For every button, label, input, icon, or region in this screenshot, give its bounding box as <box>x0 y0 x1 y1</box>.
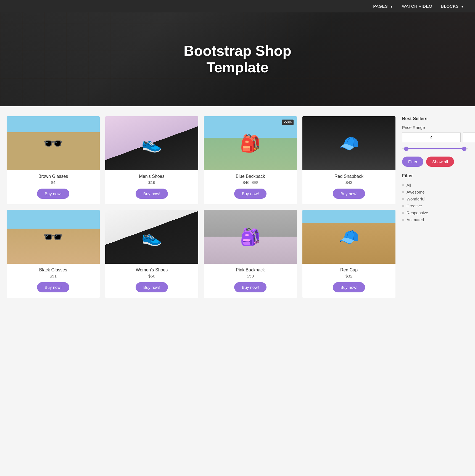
product-price-value-mens-shoes: $16 <box>148 180 155 185</box>
filter-section: Filter AllAwesomeWonderfulCreativeRespon… <box>402 173 468 223</box>
filter-label-wonderful: Wonderful <box>407 197 425 201</box>
product-badge-blue-backpack: -50% <box>282 120 294 125</box>
price-max-input[interactable] <box>463 133 475 142</box>
product-card-red-snapback: Red Snapback$43Buy now! <box>302 116 395 204</box>
filter-label-animated: Animated <box>407 217 424 222</box>
filter-section-title: Filter <box>402 173 468 178</box>
product-image-blue-backpack: -50% <box>204 116 297 170</box>
filter-bullet-icon <box>402 191 404 193</box>
price-range-label: Price Range <box>402 125 468 130</box>
nav-pages[interactable]: PAGES ▼ <box>373 4 393 9</box>
buy-button-red-snapback[interactable]: Buy now! <box>333 189 365 199</box>
filter-bullet-icon <box>402 205 404 207</box>
product-card-red-cap: Red Cap$32Buy now! <box>302 210 395 298</box>
filter-item-animated[interactable]: Animated <box>402 216 468 223</box>
product-image-black-glasses <box>7 210 100 264</box>
buy-button-mens-shoes[interactable]: Buy now! <box>136 189 168 199</box>
show-all-button[interactable]: Show all <box>426 157 454 167</box>
product-price-blue-backpack: $46$92 <box>242 180 258 185</box>
product-image-red-snapback <box>302 116 395 170</box>
product-price-value-brown-glasses: $4 <box>51 180 56 185</box>
product-price-value-black-glasses: $91 <box>50 274 57 278</box>
product-name-mens-shoes: Men's Shoes <box>139 174 165 179</box>
buy-button-black-glasses[interactable]: Buy now! <box>37 282 70 292</box>
product-price-value-red-cap: $32 <box>345 274 352 278</box>
filter-bullet-icon <box>402 184 404 186</box>
navbar: PAGES ▼ WATCH VIDEO BLOCKS ▼ <box>0 0 475 12</box>
product-price-womens-shoes: $60 <box>148 274 155 278</box>
buy-button-brown-glasses[interactable]: Buy now! <box>37 189 70 199</box>
product-price-value-red-snapback: $43 <box>345 180 352 185</box>
blocks-arrow-icon: ▼ <box>461 5 464 8</box>
best-sellers-section: Best Sellers Price Range Filter Show all <box>402 116 468 167</box>
range-thumb-left[interactable] <box>404 147 408 151</box>
filter-item-responsive[interactable]: Responsive <box>402 209 468 216</box>
filter-bullet-icon <box>402 219 404 221</box>
price-min-input[interactable] <box>402 133 461 142</box>
main-content: Brown Glasses$4Buy now!Men's Shoes$16Buy… <box>0 106 475 309</box>
filter-list: AllAwesomeWonderfulCreativeResponsiveAni… <box>402 182 468 223</box>
product-name-womens-shoes: Women's Shoes <box>136 268 168 273</box>
product-price-red-cap: $32 <box>345 274 352 278</box>
product-card-blue-backpack: -50%Blue Backpack$46$92Buy now! <box>204 116 297 204</box>
product-name-red-cap: Red Cap <box>340 268 358 273</box>
range-slider[interactable] <box>402 146 468 152</box>
range-thumb-right[interactable] <box>462 147 466 151</box>
filter-item-all[interactable]: All <box>402 182 468 189</box>
product-price-value-blue-backpack: $46 <box>242 180 249 185</box>
product-name-pink-backpack: Pink Backpack <box>236 268 265 273</box>
product-price-value-pink-backpack: $58 <box>247 274 254 278</box>
product-price-value-womens-shoes: $60 <box>148 274 155 278</box>
hero-title: Bootstrap Shop Template <box>184 43 291 76</box>
range-fill <box>405 148 466 149</box>
filter-label-creative: Creative <box>407 203 422 208</box>
filter-label-awesome: Awesome <box>407 190 425 194</box>
hero-section: Bootstrap Shop Template <box>0 12 475 106</box>
sidebar-buttons: Filter Show all <box>402 157 468 167</box>
filter-item-awesome[interactable]: Awesome <box>402 189 468 195</box>
buy-button-red-cap[interactable]: Buy now! <box>333 282 365 292</box>
product-price-pink-backpack: $58 <box>247 274 254 278</box>
product-price-brown-glasses: $4 <box>51 180 56 185</box>
filter-item-creative[interactable]: Creative <box>402 202 468 209</box>
product-card-womens-shoes: Women's Shoes$60Buy now! <box>105 210 198 298</box>
filter-bullet-icon <box>402 198 404 200</box>
product-name-blue-backpack: Blue Backpack <box>236 174 265 179</box>
product-price-red-snapback: $43 <box>345 180 352 185</box>
product-image-red-cap <box>302 210 395 264</box>
product-grid: Brown Glasses$4Buy now!Men's Shoes$16Buy… <box>7 116 395 298</box>
pages-arrow-icon: ▼ <box>390 5 393 8</box>
product-name-black-glasses: Black Glasses <box>39 268 67 273</box>
filter-button[interactable]: Filter <box>402 157 423 167</box>
filter-item-wonderful[interactable]: Wonderful <box>402 195 468 202</box>
product-card-pink-backpack: Pink Backpack$58Buy now! <box>204 210 297 298</box>
buy-button-blue-backpack[interactable]: Buy now! <box>234 189 267 199</box>
sidebar: Best Sellers Price Range Filter Show all… <box>402 116 468 298</box>
product-name-red-snapback: Red Snapback <box>334 174 363 179</box>
product-original-price-blue-backpack: $92 <box>252 180 258 185</box>
product-image-womens-shoes <box>105 210 198 264</box>
product-card-mens-shoes: Men's Shoes$16Buy now! <box>105 116 198 204</box>
nav-blocks[interactable]: BLOCKS ▼ <box>441 4 464 9</box>
product-name-brown-glasses: Brown Glasses <box>38 174 68 179</box>
product-image-mens-shoes <box>105 116 198 170</box>
product-card-brown-glasses: Brown Glasses$4Buy now! <box>7 116 100 204</box>
product-image-brown-glasses <box>7 116 100 170</box>
filter-bullet-icon <box>402 212 404 214</box>
buy-button-pink-backpack[interactable]: Buy now! <box>234 282 267 292</box>
nav-watch-video[interactable]: WATCH VIDEO <box>402 4 432 9</box>
price-inputs <box>402 133 468 142</box>
product-price-mens-shoes: $16 <box>148 180 155 185</box>
filter-label-responsive: Responsive <box>407 210 428 215</box>
filter-label-all: All <box>407 183 411 187</box>
product-card-black-glasses: Black Glasses$91Buy now! <box>7 210 100 298</box>
best-sellers-title: Best Sellers <box>402 116 468 121</box>
product-price-black-glasses: $91 <box>50 274 57 278</box>
buy-button-womens-shoes[interactable]: Buy now! <box>136 282 168 292</box>
product-image-pink-backpack <box>204 210 297 264</box>
